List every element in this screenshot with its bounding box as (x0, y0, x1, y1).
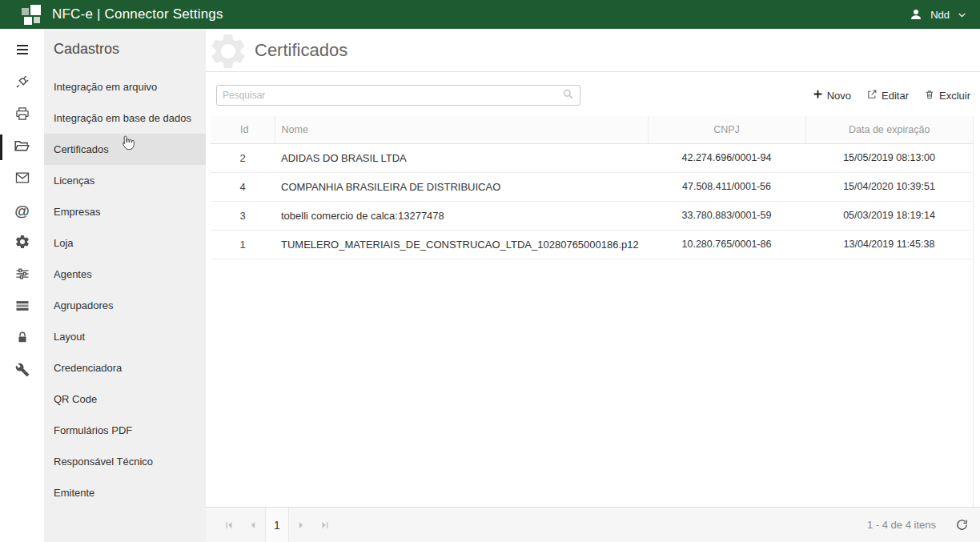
layers-icon (14, 298, 30, 317)
rail-item-connections[interactable] (0, 67, 44, 99)
rail-item-menu[interactable] (0, 35, 44, 67)
table-header-row: Id Nome CNPJ Data de expiração (211, 116, 973, 143)
cell-cnpj: 33.780.883/0001-59 (648, 201, 805, 230)
sidebar-title: Cadastros (44, 29, 206, 71)
sidebar-item-integracao-base-dados[interactable]: Integração em base de dados (44, 102, 206, 134)
cell-nome: COMPANHIA BRASILEIRA DE DISTRIBUICAO (275, 172, 648, 201)
refresh-icon[interactable] (955, 518, 969, 532)
rail-item-preferences[interactable] (0, 259, 44, 291)
cell-id: 3 (211, 201, 275, 230)
grid-toolbar: Novo Editar (813, 89, 974, 102)
printer-icon (14, 106, 30, 125)
delete-button-label: Excluir (939, 90, 970, 102)
cell-nome: TUMELERO_MATERIAIS_DE_CONSTRUCAO_LTDA_10… (275, 230, 648, 259)
envelope-icon (14, 170, 30, 189)
first-page-icon[interactable] (217, 508, 241, 542)
new-button[interactable]: Novo (813, 89, 851, 102)
app-header: NFC-e | Connector Settings Ndd (0, 0, 980, 29)
sidebar-item-credenciadora[interactable]: Credenciadora (44, 352, 206, 383)
pager-info: 1 - 4 de 4 itens (867, 519, 936, 531)
main-panel: Certificados Novo (206, 29, 980, 542)
gear-icon (14, 234, 30, 253)
cell-expiry: 15/05/2019 08:13:00 (805, 143, 973, 172)
search-box (216, 85, 580, 106)
page-title-bar: Certificados (206, 29, 980, 72)
rail-item-queue[interactable] (0, 291, 44, 323)
rail-item-messages[interactable] (0, 163, 44, 195)
cell-id: 1 (211, 230, 275, 259)
cell-cnpj: 10.280.765/0001-86 (648, 230, 805, 259)
search-icon[interactable] (562, 88, 574, 103)
rail-item-email[interactable]: @ (0, 195, 44, 227)
chevron-down-icon[interactable] (957, 10, 967, 20)
rail-item-printing[interactable] (0, 99, 44, 131)
previous-page-icon[interactable] (241, 508, 265, 542)
delete-button[interactable]: Excluir (924, 89, 970, 102)
plug-icon (14, 74, 30, 93)
wrench-icon (15, 363, 30, 380)
sidebar-item-formularios-pdf[interactable]: Formulários PDF (44, 415, 206, 446)
cell-nome: ADIDAS DO BRASIL LTDA (275, 143, 648, 172)
sidebar: Cadastros Integração em arquivo Integraç… (44, 29, 206, 542)
user-icon[interactable] (909, 7, 923, 22)
table-row[interactable]: 2 ADIDAS DO BRASIL LTDA 42.274.696/0001-… (211, 143, 973, 172)
edit-icon (866, 89, 878, 102)
certificate-gear-icon (207, 30, 249, 75)
current-page[interactable]: 1 (265, 508, 289, 542)
plus-icon (813, 89, 823, 102)
search-input[interactable] (223, 90, 562, 101)
table-row[interactable]: 3 tobelli comercio de calca:13277478 33.… (211, 201, 973, 230)
sidebar-item-agrupadores[interactable]: Agrupadores (44, 290, 206, 321)
user-name[interactable]: Ndd (930, 9, 950, 21)
edit-button-label: Editar (882, 90, 909, 102)
trash-icon (924, 89, 935, 102)
grid-pager: 1 1 - 4 de 4 itens (206, 507, 980, 542)
app-logo (21, 4, 42, 26)
sidebar-item-licencas[interactable]: Licenças (44, 165, 206, 196)
edit-button[interactable]: Editar (866, 89, 909, 102)
rail-item-security[interactable] (0, 323, 44, 355)
cell-id: 2 (211, 143, 275, 172)
folder-open-icon (14, 138, 30, 158)
cell-expiry: 05/03/2019 18:19:14 (805, 201, 973, 230)
certificates-grid: Id Nome CNPJ Data de expiração 2 ADIDAS … (211, 116, 974, 507)
sidebar-item-loja[interactable]: Loja (44, 227, 206, 259)
sidebar-item-certificados[interactable]: Certificados (44, 134, 206, 165)
cell-cnpj: 42.274.696/0001-94 (648, 143, 805, 172)
icon-rail: @ (0, 29, 44, 542)
page-title: Certificados (255, 40, 347, 61)
sidebar-item-emitente[interactable]: Emitente (44, 477, 206, 508)
next-page-icon[interactable] (289, 508, 313, 542)
cell-cnpj: 47.508.411/0001-56 (648, 172, 805, 201)
lock-icon (15, 331, 30, 348)
sidebar-item-integracao-arquivo[interactable]: Integração em arquivo (44, 71, 206, 102)
cell-id: 4 (211, 172, 275, 201)
table-row[interactable]: 1 TUMELERO_MATERIAIS_DE_CONSTRUCAO_LTDA_… (211, 230, 973, 259)
column-header-expiry[interactable]: Data de expiração (805, 116, 973, 143)
sidebar-item-agentes[interactable]: Agentes (44, 259, 206, 290)
last-page-icon[interactable] (313, 508, 337, 542)
table-row[interactable]: 4 COMPANHIA BRASILEIRA DE DISTRIBUICAO 4… (211, 172, 973, 201)
at-sign-icon: @ (14, 203, 30, 220)
column-header-cnpj[interactable]: CNPJ (648, 116, 805, 143)
new-button-label: Novo (827, 90, 851, 102)
sidebar-item-empresas[interactable]: Empresas (44, 196, 206, 227)
rail-item-tools[interactable] (0, 355, 44, 387)
sidebar-item-qr-code[interactable]: QR Code (44, 383, 206, 415)
sidebar-item-layout[interactable]: Layout (44, 321, 206, 352)
cell-expiry: 15/04/2020 10:39:51 (805, 172, 973, 201)
cell-nome: tobelli comercio de calca:13277478 (275, 201, 648, 230)
sliders-icon (14, 266, 30, 285)
rail-item-settings[interactable] (0, 227, 44, 259)
menu-icon (14, 42, 30, 61)
column-header-id[interactable]: Id (211, 116, 275, 143)
cell-expiry: 13/04/2019 11:45:38 (805, 230, 973, 259)
app-title: NFC-e | Connector Settings (52, 6, 223, 22)
sidebar-item-responsavel-tecnico[interactable]: Responsável Técnico (44, 446, 206, 477)
rail-item-files[interactable] (0, 131, 44, 163)
column-header-nome[interactable]: Nome (275, 116, 648, 143)
